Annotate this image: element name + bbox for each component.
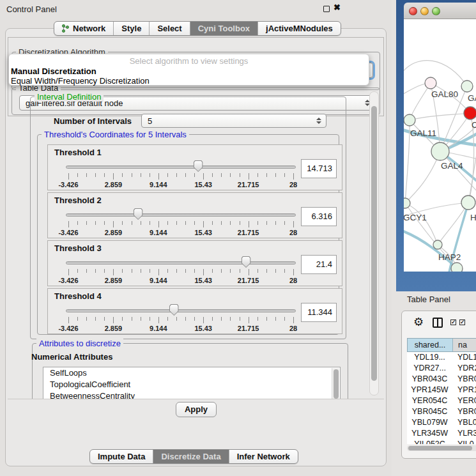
node-h[interactable] (461, 196, 475, 210)
table-row[interactable]: YPR145WYPR1 (407, 385, 476, 395)
slider-tick (275, 269, 276, 273)
table-horizontal-scrollbar[interactable] (407, 445, 476, 451)
slider-tick (293, 269, 294, 275)
node-hap2[interactable] (433, 240, 442, 249)
column-header-shared-name[interactable]: shared... (408, 339, 453, 351)
algorithm-dropdown-popup: Select algorithm to view settings Manual… (8, 54, 369, 86)
threshold-3-slider-track[interactable] (66, 261, 296, 265)
close-traffic-light-icon[interactable] (409, 7, 417, 15)
threshold-4-slider-track[interactable] (66, 309, 296, 312)
cell-shared-name[interactable]: YBR045C (407, 406, 452, 417)
threshold-2-slider-thumb[interactable] (134, 208, 143, 220)
table-row[interactable]: YIL052CYIL0 (407, 439, 476, 444)
tab-network[interactable]: Network (54, 22, 113, 35)
number-of-intervals-combo[interactable]: 5 (141, 114, 326, 128)
cell-shared-name[interactable]: YPR145W (407, 385, 452, 395)
close-window-icon[interactable]: ✖ (334, 3, 341, 12)
cell-name[interactable]: YDL1 (452, 352, 476, 363)
cell-shared-name[interactable]: YDL19... (407, 352, 452, 363)
cell-name[interactable]: YLR3 (452, 428, 476, 439)
checkbox-icon[interactable]: ✓ (450, 319, 456, 325)
slider-tick (203, 269, 204, 275)
node-partial[interactable] (451, 263, 463, 272)
threshold-1-value-field[interactable]: 14.713 (301, 159, 337, 178)
cell-shared-name[interactable]: YBL079W (407, 417, 452, 428)
cell-shared-name[interactable]: YBR043C (407, 374, 452, 385)
threshold-4-slider-thumb[interactable] (169, 304, 179, 316)
node-gal80[interactable] (425, 77, 436, 89)
node-gcy1[interactable] (404, 198, 410, 208)
threshold-3-value-field[interactable]: 21.4 (301, 255, 337, 274)
table-row[interactable]: YDR27...YDR2 (407, 363, 476, 374)
node-ga[interactable] (461, 81, 473, 92)
attributes-scrollbar[interactable] (332, 368, 339, 399)
zoom-traffic-light-icon[interactable] (432, 7, 440, 15)
threshold-2-slider-track[interactable] (66, 213, 296, 217)
table-row[interactable]: YLR345WYLR3 (407, 428, 476, 439)
threshold-4-value-field[interactable]: 11.344 (301, 303, 337, 322)
cell-shared-name[interactable]: YLR345W (407, 428, 452, 439)
tab-cyni-toolbox[interactable]: Cyni Toolbox (190, 22, 257, 35)
slider-tick (122, 221, 123, 225)
slider-tick (194, 269, 195, 273)
column-header-name[interactable]: na (453, 339, 476, 351)
slider-tick (132, 269, 132, 273)
slider-tick (212, 317, 213, 321)
cell-name[interactable]: YIL0 (452, 439, 476, 444)
gear-icon[interactable]: ⚙ (413, 316, 424, 328)
slider-tick-label: 21.715 (238, 277, 259, 284)
table-body: YDL19...YDL1YDR27...YDR2YBR043CYBR0YPR14… (407, 352, 476, 444)
cell-name[interactable]: YER0 (452, 395, 476, 406)
tab-select[interactable]: Select (149, 22, 189, 35)
cell-shared-name[interactable]: YIL052C (407, 439, 452, 444)
node-gal11[interactable] (404, 114, 415, 126)
threshold-2-value-field[interactable]: 6.316 (301, 207, 337, 226)
tab-jactivemnodules[interactable]: jActiveMNodules (257, 22, 341, 35)
interval-definition-title: Interval Definition (35, 92, 104, 102)
cell-name[interactable]: YBR0 (452, 406, 476, 417)
numerical-attributes-list[interactable]: SelfLoops TopologicalCoefficient Between… (43, 367, 341, 399)
cell-shared-name[interactable]: YDR27... (407, 363, 452, 374)
node-gal4[interactable] (431, 142, 449, 160)
split-columns-icon[interactable] (433, 318, 443, 328)
apply-button[interactable]: Apply (176, 402, 217, 417)
table-row[interactable]: YDL19...YDL1 (407, 352, 476, 363)
threshold-3-slider-thumb[interactable] (242, 256, 251, 268)
cell-shared-name[interactable]: YER054C (407, 395, 452, 406)
settings-scrollbar[interactable] (369, 91, 379, 395)
table-panel: ⚙ ✓ ✓ shared... na YDL19...YDL1YDR27...Y… (401, 311, 476, 459)
popup-option-manual-discretization[interactable]: Manual Discretization (11, 66, 96, 76)
cell-name[interactable]: YBL0 (452, 417, 476, 428)
tab-infer-network[interactable]: Infer Network (229, 450, 298, 463)
slider-tick (240, 173, 240, 177)
node-label: GAL11 (410, 128, 436, 138)
network-window-titlebar[interactable] (404, 3, 476, 19)
slider-tick (95, 173, 96, 177)
threshold-1-slider-track[interactable] (66, 165, 296, 169)
threshold-1-label: Threshold 1 (54, 148, 102, 157)
table-row[interactable]: YBR043CYBR0 (407, 374, 476, 385)
threshold-1-slider-thumb[interactable] (194, 160, 203, 172)
slider-tick (167, 317, 168, 321)
list-item[interactable]: TopologicalCoefficient (43, 379, 340, 390)
slider-tick (257, 269, 258, 273)
popup-option-equal-width[interactable]: Equal Width/Frequency Discretization (11, 76, 150, 86)
slider-tick (95, 269, 96, 273)
tab-style[interactable]: Style (113, 22, 149, 35)
table-row[interactable]: YBR045CYBR0 (407, 406, 476, 417)
cell-name[interactable]: YBR0 (452, 374, 476, 385)
cell-name[interactable]: YPR1 (452, 385, 476, 395)
table-row[interactable]: YER054CYER0 (407, 395, 476, 406)
float-window-icon[interactable] (323, 6, 330, 12)
slider-tick (212, 173, 213, 177)
tab-impute-data[interactable]: Impute Data (90, 450, 153, 463)
list-item[interactable]: BetweennessCentrality (43, 390, 340, 399)
checkbox-icon[interactable]: ✓ (459, 319, 465, 325)
minimize-traffic-light-icon[interactable] (420, 7, 429, 15)
node-selected-red[interactable] (464, 107, 476, 119)
table-row[interactable]: YBL079WYBL0 (407, 417, 476, 428)
list-item[interactable]: SelfLoops (43, 367, 340, 379)
cell-name[interactable]: YDR2 (452, 363, 476, 374)
network-canvas[interactable]: GAL80 GA C GAL11 GAL4 GCY1 H HAP2 (404, 19, 476, 272)
tab-discretize-data[interactable]: Discretize Data (153, 450, 228, 463)
